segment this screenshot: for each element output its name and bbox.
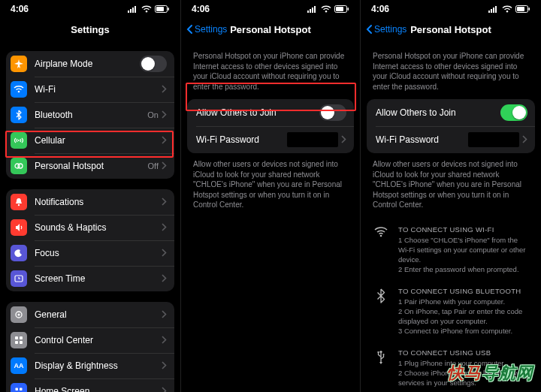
- general-icon: [11, 306, 27, 323]
- svg-rect-19: [20, 341, 23, 344]
- row-label: Allow Others to Join: [196, 107, 319, 118]
- hotspot-group: Allow Others to Join Wi-Fi Password: [187, 99, 354, 153]
- connect-step: 2 Enter the password when prompted.: [398, 265, 529, 275]
- svg-rect-6: [168, 8, 170, 11]
- connect-step: 2 On iPhone, tap Pair or enter the code …: [398, 307, 529, 327]
- row-airplane[interactable]: Airplane Mode: [6, 51, 174, 77]
- battery-icon: [155, 5, 170, 13]
- row-screentime[interactable]: Screen Time: [6, 266, 174, 291]
- hotspot-footer: Allow other users or devices not signed …: [187, 153, 354, 221]
- svg-point-43: [506, 11, 508, 12]
- back-label: Settings: [195, 24, 227, 35]
- svg-rect-7: [156, 7, 164, 11]
- svg-rect-31: [307, 11, 309, 13]
- chevron-right-icon: [162, 195, 167, 209]
- chevron-right-icon: [162, 384, 167, 392]
- row-control-center[interactable]: Control Center: [6, 327, 174, 353]
- svg-rect-45: [529, 8, 530, 11]
- svg-rect-22: [20, 388, 23, 391]
- row-wifi-password[interactable]: Wi-Fi Password: [367, 126, 535, 153]
- svg-rect-38: [336, 7, 343, 11]
- hotspot-footer: Allow other users or devices not signed …: [367, 153, 535, 221]
- row-label: Allow Others to Join: [376, 107, 500, 118]
- svg-text:AA: AA: [14, 362, 24, 369]
- row-homescreen[interactable]: Home Screen: [6, 378, 174, 392]
- svg-point-48: [379, 351, 382, 353]
- row-wifi[interactable]: Wi-Fi: [6, 77, 174, 102]
- chevron-right-icon: [162, 221, 167, 234]
- row-bluetooth[interactable]: Bluetooth On: [6, 102, 174, 128]
- row-detail: Off: [148, 161, 159, 170]
- svg-point-9: [18, 140, 20, 141]
- row-display[interactable]: AA Display & Brightness: [6, 353, 174, 378]
- row-label: Display & Brightness: [35, 360, 162, 371]
- hotspot-description: Personal Hotspot on your iPhone can prov…: [187, 51, 354, 99]
- signal-icon: [128, 5, 138, 13]
- row-general[interactable]: General: [6, 302, 174, 327]
- chevron-right-icon: [162, 359, 167, 372]
- row-allow-others[interactable]: Allow Others to Join: [367, 99, 535, 126]
- sounds-icon: [11, 219, 27, 236]
- back-button[interactable]: Settings: [186, 18, 227, 41]
- svg-point-35: [325, 11, 327, 12]
- phone-hotspot-off: 4:06 Settings Personal Hotspot Personal …: [180, 0, 361, 392]
- status-time: 4:06: [11, 4, 29, 14]
- chevron-right-icon: [522, 135, 527, 145]
- status-bar: 4:06: [0, 0, 180, 18]
- svg-rect-21: [16, 388, 19, 391]
- page-title: Personal Hotspot: [230, 24, 311, 35]
- row-notifications[interactable]: Notifications: [6, 189, 174, 215]
- page-title: Settings: [71, 24, 109, 35]
- allow-others-toggle[interactable]: [319, 104, 346, 121]
- chevron-right-icon: [162, 159, 167, 173]
- bluetooth-icon: [373, 287, 389, 336]
- row-label: Home Screen: [35, 386, 162, 392]
- hotspot-icon: [11, 158, 27, 174]
- allow-others-toggle[interactable]: [500, 104, 527, 121]
- row-label: Screen Time: [35, 273, 162, 284]
- page-title: Personal Hotspot: [410, 24, 491, 35]
- svg-point-4: [146, 11, 147, 12]
- svg-rect-46: [517, 7, 524, 11]
- battery-icon: [334, 5, 349, 13]
- svg-rect-3: [134, 6, 136, 13]
- row-label: Notifications: [35, 197, 162, 207]
- chevron-right-icon: [162, 108, 167, 122]
- row-focus[interactable]: Focus: [6, 240, 174, 266]
- navbar: Settings: [0, 18, 180, 41]
- svg-rect-1: [130, 9, 131, 13]
- focus-icon: [11, 245, 27, 261]
- password-value-redacted: [468, 132, 519, 147]
- row-label: General: [35, 309, 162, 320]
- row-cellular[interactable]: Cellular: [6, 128, 174, 153]
- airplane-icon: [11, 56, 27, 72]
- svg-rect-41: [493, 8, 494, 13]
- signal-icon: [307, 5, 318, 13]
- svg-rect-39: [488, 11, 490, 13]
- navbar: Settings Personal Hotspot: [181, 18, 360, 41]
- svg-rect-17: [20, 336, 23, 339]
- status-time: 4:06: [371, 4, 389, 14]
- row-hotspot[interactable]: Personal Hotspot Off: [6, 153, 174, 179]
- row-allow-others[interactable]: Allow Others to Join: [187, 99, 354, 126]
- svg-rect-37: [348, 8, 349, 11]
- chevron-right-icon: [162, 333, 167, 347]
- row-label: Airplane Mode: [35, 59, 140, 69]
- row-label: Cellular: [35, 135, 162, 146]
- connect-title: TO CONNECT USING USB: [398, 348, 529, 358]
- connect-step: 2 Choose iPhone from the list of network…: [398, 369, 529, 388]
- connect-wifi: TO CONNECT USING WI-FI 1 Choose "CHLOE's…: [367, 221, 535, 282]
- connect-usb: TO CONNECT USING USB 1 Plug iPhone into …: [367, 344, 535, 392]
- row-sounds[interactable]: Sounds & Haptics: [6, 215, 174, 240]
- row-wifi-password[interactable]: Wi-Fi Password: [187, 126, 354, 153]
- group-connectivity: Airplane Mode Wi-Fi Bluetooth On Cellula: [6, 51, 174, 179]
- connect-step: 1 Pair iPhone with your computer.: [398, 297, 529, 307]
- svg-rect-49: [378, 351, 379, 353]
- chevron-right-icon: [162, 134, 167, 147]
- phone-hotspot-on: 4:06 Settings Personal Hotspot Personal …: [361, 0, 541, 392]
- wifi-icon: [321, 5, 331, 13]
- row-label: Sounds & Haptics: [35, 222, 162, 233]
- back-button[interactable]: Settings: [365, 18, 407, 41]
- airplane-toggle[interactable]: [140, 56, 167, 72]
- svg-point-12: [18, 204, 20, 206]
